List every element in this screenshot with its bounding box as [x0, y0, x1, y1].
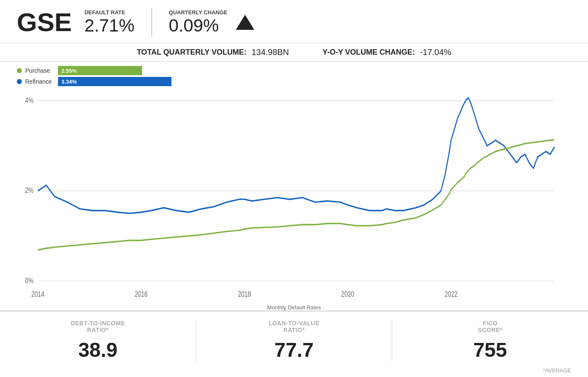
fico-label: FICOSCORE*: [478, 320, 502, 333]
purchase-bar-value: 2.55%: [61, 68, 77, 74]
chart-section: Purchase 2.55% Refinance 3.34%: [0, 62, 588, 311]
refinance-bar-value: 3.34%: [61, 79, 77, 85]
dti-label: DEBT-TO-INCOMERATIO*: [71, 320, 125, 333]
volume-row: TOTAL QUARTERLY VOLUME: 134.98bn Y-O-Y V…: [0, 43, 588, 62]
total-volume-metric: TOTAL QUARTERLY VOLUME: 134.98bn: [137, 47, 289, 57]
trend-up-icon: [236, 15, 254, 30]
header-section: GSE DEFAULT RATE 2.71% QUARTERLY CHANGE …: [0, 0, 588, 43]
chart-x-label: Monthly Default Rates: [17, 304, 571, 311]
default-rate-value: 2.71%: [84, 16, 134, 35]
dashboard: GSE DEFAULT RATE 2.71% QUARTERLY CHANGE …: [0, 0, 588, 377]
ltv-label: LOAN-TO-VALUERATIO*: [269, 320, 319, 333]
footnote: *AVERAGE: [0, 366, 588, 377]
refinance-bar-container: 3.34%: [58, 77, 171, 86]
svg-text:0%: 0%: [25, 276, 34, 285]
ltv-value: 77.7: [274, 338, 314, 361]
line-chart-svg: 4% 2% 0% 2014 2016 2018 2020 2022: [17, 90, 571, 303]
refinance-legend-item: Refinance 3.34%: [17, 77, 571, 86]
dti-value: 38.9: [78, 338, 117, 361]
quarterly-change-label: QUARTERLY CHANGE: [169, 9, 227, 16]
legend-bars: Purchase 2.55% Refinance 3.34%: [17, 66, 571, 86]
institution-label: GSE: [17, 9, 72, 35]
fico-metric: FICOSCORE* 755: [392, 320, 588, 361]
default-rate-label: DEFAULT RATE: [84, 9, 125, 16]
total-volume-label: TOTAL QUARTERLY VOLUME:: [137, 48, 246, 57]
quarterly-change-value: 0.09%: [169, 16, 227, 35]
svg-text:2014: 2014: [31, 290, 44, 299]
svg-text:2%: 2%: [25, 186, 34, 195]
ltv-metric: LOAN-TO-VALUERATIO* 77.7: [196, 320, 392, 361]
svg-text:2022: 2022: [445, 290, 458, 299]
yoy-volume-value: -17.04%: [420, 47, 451, 57]
quarterly-change-section: QUARTERLY CHANGE 0.09%: [169, 9, 254, 35]
yoy-volume-metric: Y-O-Y VOLUME CHANGE: -17.04%: [322, 47, 451, 57]
fico-value: 755: [473, 338, 507, 361]
svg-text:2018: 2018: [238, 290, 251, 299]
purchase-bar-container: 2.55%: [58, 66, 142, 75]
bottom-section: DEBT-TO-INCOMERATIO* 38.9 LOAN-TO-VALUER…: [0, 311, 588, 377]
purchase-legend-label: Purchase: [25, 67, 55, 74]
total-volume-value: 134.98bn: [251, 47, 289, 57]
header-vertical-divider: [151, 8, 152, 37]
purchase-legend-item: Purchase 2.55%: [17, 66, 571, 75]
bottom-metrics: DEBT-TO-INCOMERATIO* 38.9 LOAN-TO-VALUER…: [0, 311, 588, 366]
purchase-bar: 2.55%: [58, 66, 142, 75]
svg-text:2016: 2016: [134, 290, 148, 299]
purchase-dot: [17, 68, 22, 73]
refinance-bar: 3.34%: [58, 77, 171, 86]
chart-wrapper: 4% 2% 0% 2014 2016 2018 2020 2022: [17, 90, 571, 303]
header-metrics: DEFAULT RATE 2.71% QUARTERLY CHANGE 0.09…: [84, 8, 571, 37]
dti-metric: DEBT-TO-INCOMERATIO* 38.9: [0, 320, 196, 361]
svg-text:2020: 2020: [341, 290, 354, 299]
purchase-line: [38, 140, 554, 250]
refinance-line: [38, 98, 554, 214]
yoy-volume-label: Y-O-Y VOLUME CHANGE:: [322, 48, 415, 57]
refinance-dot: [17, 79, 22, 84]
quarterly-change-metric: QUARTERLY CHANGE 0.09%: [169, 9, 227, 35]
default-rate-metric: DEFAULT RATE 2.71%: [84, 9, 134, 35]
svg-text:4%: 4%: [25, 96, 34, 105]
refinance-legend-label: Refinance: [25, 78, 55, 85]
